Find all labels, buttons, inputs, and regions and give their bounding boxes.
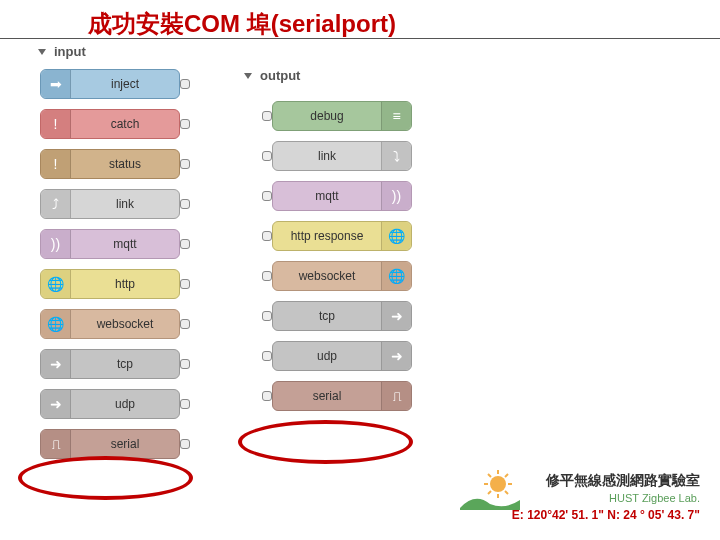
udp-icon: ➜ (381, 342, 411, 370)
node-port[interactable] (180, 279, 190, 289)
node-port[interactable] (180, 359, 190, 369)
node-port[interactable] (180, 439, 190, 449)
node-websocket[interactable]: websocket🌐 (272, 261, 412, 291)
node-label: serial (273, 389, 381, 403)
node-link[interactable]: link⤵ (272, 141, 412, 171)
node-port[interactable] (262, 351, 272, 361)
node-mqtt[interactable]: mqtt)) (272, 181, 412, 211)
palette-node-row: ))mqtt (40, 228, 190, 260)
serial-icon: ⎍ (381, 382, 411, 410)
palette-node-row: link⤵ (262, 140, 412, 172)
inject-icon: ➡ (41, 70, 71, 98)
chevron-down-icon (38, 49, 46, 55)
node-label: catch (71, 117, 179, 131)
node-port[interactable] (262, 271, 272, 281)
node-http-response[interactable]: http response🌐 (272, 221, 412, 251)
category-header-output[interactable]: output (244, 68, 300, 83)
lab-subtitle: HUST Zigbee Lab. (512, 492, 700, 504)
status-icon: ! (41, 150, 71, 178)
node-debug[interactable]: debug≡ (272, 101, 412, 131)
footer: 修平無線感測網路實驗室 HUST Zigbee Lab. E: 120°42' … (512, 472, 700, 522)
node-label: tcp (273, 309, 381, 323)
node-port[interactable] (180, 119, 190, 129)
palette-node-row: ⎍serial (40, 428, 190, 460)
input-palette: ➡inject!catch!status⤴link))mqtt🌐http🌐web… (40, 68, 190, 468)
node-serial[interactable]: ⎍serial (40, 429, 180, 459)
node-label: link (273, 149, 381, 163)
udp-icon: ➜ (41, 390, 71, 418)
link-icon: ⤴ (41, 190, 71, 218)
node-port[interactable] (180, 79, 190, 89)
palette-node-row: http response🌐 (262, 220, 412, 252)
debug-icon: ≡ (381, 102, 411, 130)
node-label: udp (273, 349, 381, 363)
palette-node-row: !catch (40, 108, 190, 140)
catch-icon: ! (41, 110, 71, 138)
node-label: http (71, 277, 179, 291)
category-label: output (260, 68, 300, 83)
palette-node-row: udp➜ (262, 340, 412, 372)
node-label: websocket (71, 317, 179, 331)
http-icon: 🌐 (41, 270, 71, 298)
node-label: link (71, 197, 179, 211)
node-port[interactable] (180, 319, 190, 329)
node-label: mqtt (71, 237, 179, 251)
category-label: input (54, 44, 86, 59)
palette-node-row: websocket🌐 (262, 260, 412, 292)
node-port[interactable] (180, 199, 190, 209)
node-http[interactable]: 🌐http (40, 269, 180, 299)
node-tcp[interactable]: ➜tcp (40, 349, 180, 379)
palette-node-row: serial⎍ (262, 380, 412, 412)
svg-line-5 (488, 474, 491, 477)
node-port[interactable] (262, 231, 272, 241)
node-udp[interactable]: udp➜ (272, 341, 412, 371)
chevron-down-icon (244, 73, 252, 79)
node-label: inject (71, 77, 179, 91)
svg-line-6 (505, 491, 508, 494)
highlight-circle-output-serial (238, 420, 413, 464)
palette-node-row: !status (40, 148, 190, 180)
link-icon: ⤵ (381, 142, 411, 170)
node-label: serial (71, 437, 179, 451)
node-link[interactable]: ⤴link (40, 189, 180, 219)
node-port[interactable] (262, 311, 272, 321)
node-inject[interactable]: ➡inject (40, 69, 180, 99)
node-label: websocket (273, 269, 381, 283)
svg-point-0 (490, 476, 506, 492)
palette-node-row: 🌐http (40, 268, 190, 300)
palette-node-row: mqtt)) (262, 180, 412, 212)
node-port[interactable] (262, 191, 272, 201)
node-port[interactable] (262, 111, 272, 121)
node-port[interactable] (180, 239, 190, 249)
node-udp[interactable]: ➜udp (40, 389, 180, 419)
category-header-input[interactable]: input (38, 44, 86, 59)
tcp-icon: ➜ (41, 350, 71, 378)
node-mqtt[interactable]: ))mqtt (40, 229, 180, 259)
tcp-icon: ➜ (381, 302, 411, 330)
http-icon: 🌐 (381, 222, 411, 250)
output-palette: debug≡link⤵mqtt))http response🌐websocket… (262, 100, 412, 420)
node-label: status (71, 157, 179, 171)
node-label: http response (273, 229, 381, 243)
node-label: debug (273, 109, 381, 123)
palette-node-row: 🌐websocket (40, 308, 190, 340)
serial-icon: ⎍ (41, 430, 71, 458)
svg-line-7 (505, 474, 508, 477)
node-tcp[interactable]: tcp➜ (272, 301, 412, 331)
node-serial[interactable]: serial⎍ (272, 381, 412, 411)
ws-icon: 🌐 (41, 310, 71, 338)
node-label: tcp (71, 357, 179, 371)
node-websocket[interactable]: 🌐websocket (40, 309, 180, 339)
node-port[interactable] (262, 151, 272, 161)
node-port[interactable] (180, 399, 190, 409)
node-port[interactable] (262, 391, 272, 401)
page-title: 成功安裝COM 埠(serialport) (88, 8, 396, 40)
node-label: udp (71, 397, 179, 411)
node-label: mqtt (273, 189, 381, 203)
node-catch[interactable]: !catch (40, 109, 180, 139)
mqtt-icon: )) (381, 182, 411, 210)
palette-node-row: ➜tcp (40, 348, 190, 380)
ws-icon: 🌐 (381, 262, 411, 290)
node-port[interactable] (180, 159, 190, 169)
node-status[interactable]: !status (40, 149, 180, 179)
